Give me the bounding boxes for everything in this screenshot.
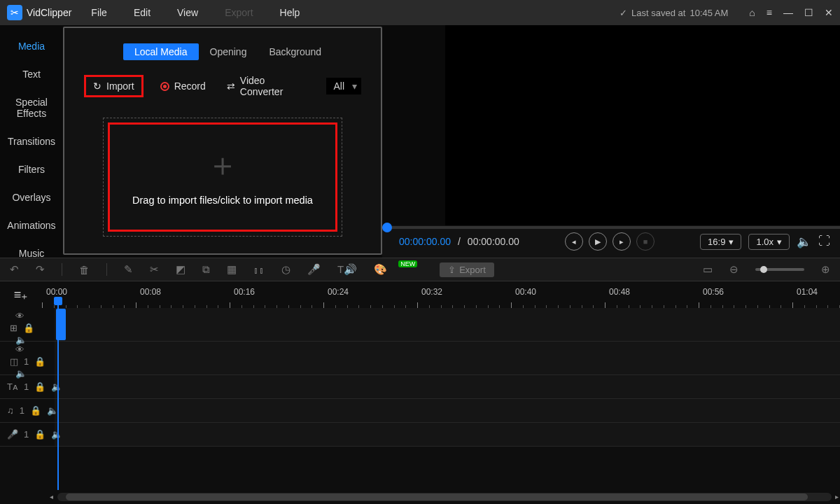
ruler-label: 00:16 — [234, 287, 255, 297]
nav-transitions[interactable]: Transitions — [0, 127, 63, 155]
mute-icon[interactable]: 🔈 — [15, 368, 27, 379]
track-number: 1 — [24, 356, 29, 367]
track-lane[interactable] — [55, 423, 840, 446]
copy-icon[interactable]: ⧉ — [202, 263, 210, 276]
export-icon: ⇪ — [448, 265, 456, 275]
record-label: Record — [174, 80, 206, 92]
home-icon[interactable]: ⌂ — [749, 7, 755, 18]
nav-filters[interactable]: Filters — [0, 155, 63, 183]
nav-text[interactable]: Text — [0, 60, 63, 88]
delete-icon[interactable]: 🗑 — [79, 264, 90, 276]
menu-export[interactable]: Export — [225, 7, 253, 18]
mute-icon[interactable]: 🔈 — [47, 405, 58, 416]
crop-icon[interactable]: ◩ — [176, 263, 186, 276]
check-icon: ✓ — [620, 8, 627, 18]
track-lane[interactable] — [55, 399, 840, 422]
edit-icon[interactable]: ✎ — [124, 263, 133, 276]
menu-file[interactable]: File — [91, 7, 107, 18]
ruler-label: 00:48 — [609, 287, 630, 297]
next-frame-button[interactable]: ▸ — [612, 232, 631, 251]
zoom-out-icon[interactable]: ⊖ — [729, 263, 738, 276]
preview-scrubber[interactable] — [382, 226, 840, 229]
duration-icon[interactable]: ◷ — [281, 263, 290, 276]
zoom-in-icon[interactable]: ⊕ — [821, 263, 830, 276]
tts-icon[interactable]: T🔊 — [337, 263, 357, 276]
track-audio: ♫1🔒🔈 — [0, 399, 840, 423]
nav-special-effects[interactable]: Special Effects — [0, 88, 63, 127]
time-ruler[interactable]: 00:0000:0800:1600:2400:3200:4000:4800:56… — [42, 281, 840, 308]
export-button[interactable]: ⇪ Export — [440, 262, 494, 277]
video-converter-button[interactable]: ⇄ Video Converter — [223, 73, 314, 99]
undo-icon[interactable]: ↶ — [10, 263, 19, 276]
visibility-icon[interactable]: 👁 — [15, 344, 24, 355]
zoom-knob[interactable] — [760, 266, 767, 273]
volume-icon[interactable]: 🔈 — [797, 234, 811, 249]
preview-canvas[interactable] — [445, 25, 840, 225]
chevron-down-icon: ▾ — [777, 237, 782, 247]
menu-view[interactable]: View — [177, 7, 198, 18]
split-icon[interactable]: ✂ — [150, 263, 159, 276]
import-dropzone[interactable]: ＋ Drag to import files/click to import m… — [108, 122, 337, 232]
tab-background[interactable]: Background — [258, 43, 332, 60]
track-text: Tᴀ1🔒🔈 — [0, 375, 840, 399]
preview-column: 00:00:00.00 / 00:00:00.00 ◂ ▶ ▸ ■ 16:9▾ … — [382, 25, 840, 258]
save-status: ✓ Last saved at 10:45 AM — [620, 8, 728, 18]
playhead[interactable] — [57, 302, 59, 490]
ruler-label: 00:56 — [703, 287, 724, 297]
scroll-right-icon[interactable]: ▸ — [833, 493, 840, 501]
voiceover-icon[interactable]: 🎤 — [307, 263, 321, 276]
new-badge: NEW — [398, 260, 417, 267]
fit-icon[interactable]: ▭ — [703, 263, 713, 276]
zoom-slider[interactable] — [755, 268, 804, 271]
lock-icon[interactable]: 🔒 — [34, 382, 46, 392]
track-lane[interactable] — [55, 375, 840, 398]
record-button[interactable]: Record — [156, 78, 210, 94]
visibility-icon[interactable]: 👁 — [15, 311, 24, 321]
color-icon[interactable]: 🎨 — [374, 263, 387, 276]
lock-icon[interactable]: 🔒 — [30, 405, 41, 416]
track-lane[interactable] — [55, 308, 840, 341]
titlebar: ✂ VidClipper File Edit View Export Help … — [0, 0, 840, 25]
ruler-label: 00:00 — [46, 287, 67, 297]
lock-icon[interactable]: 🔒 — [23, 323, 34, 333]
nav-media[interactable]: Media — [0, 32, 63, 60]
media-filter-select[interactable]: All — [326, 78, 361, 94]
track-video: 👁⊞🔒🔈 — [0, 308, 840, 342]
scroll-left-icon[interactable]: ◂ — [48, 493, 55, 501]
aspect-ratio-select[interactable]: 16:9▾ — [700, 234, 741, 250]
tab-opening[interactable]: Opening — [199, 43, 258, 60]
scrollbar-thumb[interactable] — [66, 493, 808, 500]
track-lane[interactable] — [55, 342, 840, 374]
ruler-label: 00:24 — [328, 287, 349, 297]
hamburger-icon[interactable]: ≡ — [766, 7, 772, 18]
ruler-label: 00:40 — [515, 287, 536, 297]
mosaic-icon[interactable]: ▦ — [227, 263, 237, 276]
prev-frame-button[interactable]: ◂ — [565, 232, 583, 251]
stats-icon[interactable]: ⫾⫾ — [253, 264, 265, 276]
playback-speed-select[interactable]: 1.0x▾ — [748, 234, 790, 250]
menu-help[interactable]: Help — [280, 7, 300, 18]
scrubber-handle[interactable] — [382, 223, 392, 232]
redo-icon[interactable]: ↷ — [36, 263, 45, 276]
menu-edit[interactable]: Edit — [134, 7, 150, 18]
lock-icon[interactable]: 🔒 — [34, 429, 46, 440]
timeline-scrollbar[interactable]: ◂ ▸ — [57, 493, 832, 501]
plus-icon: ＋ — [206, 148, 239, 181]
track-number: 1 — [20, 405, 24, 416]
convert-icon: ⇄ — [227, 80, 235, 92]
minimize-icon[interactable]: — — [783, 7, 793, 18]
play-button[interactable]: ▶ — [589, 232, 607, 251]
add-track-button[interactable]: ≡₊ — [0, 287, 42, 302]
tab-local-media[interactable]: Local Media — [123, 43, 199, 60]
fullscreen-icon[interactable]: ⛶ — [818, 234, 830, 248]
maximize-icon[interactable]: ☐ — [804, 7, 813, 18]
time-current: 00:00:00.00 — [399, 236, 451, 247]
media-tabs: Local Media Opening Background — [123, 43, 361, 60]
import-button[interactable]: ↻ Import — [84, 75, 144, 97]
close-icon[interactable]: ✕ — [825, 7, 833, 18]
timeline-toolbar: ↶ ↷ 🗑 ✎ ✂ ◩ ⧉ ▦ ⫾⫾ ◷ 🎤 T🔊 🎨 NEW ⇪ Export… — [0, 258, 840, 281]
lock-icon[interactable]: 🔒 — [34, 356, 46, 367]
nav-overlays[interactable]: Overlays — [0, 183, 63, 211]
stop-button[interactable]: ■ — [636, 232, 654, 251]
nav-animations[interactable]: Animations — [0, 211, 63, 239]
